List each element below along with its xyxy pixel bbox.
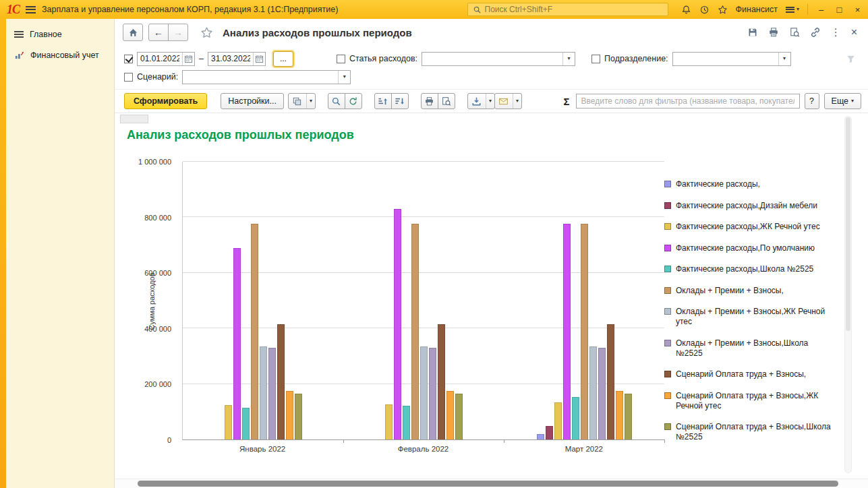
- sidebar-item-finance[interactable]: Финансовый учет: [6, 44, 114, 65]
- main-menu-icon[interactable]: [26, 6, 36, 13]
- link-icon[interactable]: [810, 27, 821, 38]
- chevron-down-icon[interactable]: ▾: [778, 53, 790, 65]
- bar[interactable]: [295, 394, 302, 439]
- chevron-down-icon[interactable]: ▾: [562, 53, 575, 65]
- bar[interactable]: [563, 224, 571, 439]
- filter-row-1: – ... Статья расходов: ▾: [124, 49, 861, 68]
- filter-funnel-icon[interactable]: [846, 54, 856, 64]
- sum-sigma-icon: Σ: [564, 96, 570, 107]
- print-icon[interactable]: [768, 27, 779, 38]
- bar[interactable]: [385, 404, 393, 439]
- bar[interactable]: [277, 324, 285, 439]
- expense-item-checkbox[interactable]: [337, 55, 345, 63]
- bar[interactable]: [251, 224, 258, 439]
- page-title: Анализ расходов прошлых периодов: [223, 27, 412, 38]
- generate-button[interactable]: Сформировать: [124, 93, 207, 109]
- period-choice-button[interactable]: ...: [273, 51, 293, 67]
- period-checkbox[interactable]: [124, 55, 133, 63]
- scenario-combo[interactable]: ▾: [182, 70, 351, 84]
- bar[interactable]: [446, 391, 454, 440]
- more-button[interactable]: Еще▾: [824, 93, 861, 109]
- send-email-split-button[interactable]: ▾: [494, 93, 522, 109]
- bar[interactable]: [607, 324, 614, 439]
- home-icon: [128, 28, 138, 38]
- favorite-star-icon[interactable]: [200, 26, 213, 39]
- sidebar-item-main[interactable]: Главное: [6, 24, 114, 44]
- scenario-checkbox[interactable]: [124, 73, 133, 82]
- bar[interactable]: [286, 391, 293, 440]
- print-button[interactable]: [421, 93, 438, 109]
- bar[interactable]: [420, 346, 428, 439]
- find-button[interactable]: [328, 93, 345, 109]
- bar[interactable]: [537, 434, 544, 439]
- chevron-down-icon[interactable]: ▾: [338, 71, 350, 84]
- home-button[interactable]: [123, 24, 143, 41]
- bar[interactable]: [429, 348, 436, 439]
- calendar-icon[interactable]: [253, 53, 265, 65]
- y-tick-label: 1 000 000: [138, 158, 171, 166]
- vertical-scroll-thumb[interactable]: [846, 117, 850, 331]
- bar[interactable]: [242, 408, 250, 439]
- bar[interactable]: [581, 224, 588, 439]
- expense-item-combo[interactable]: ▾: [422, 52, 575, 66]
- refresh-button[interactable]: [345, 93, 362, 109]
- department-combo[interactable]: ▾: [672, 52, 791, 66]
- bar[interactable]: [546, 426, 553, 439]
- bar[interactable]: [225, 405, 232, 439]
- department-label: Подразделение:: [604, 54, 668, 63]
- settings-button[interactable]: Настройки...: [221, 93, 284, 109]
- save-report-split-button[interactable]: ▾: [467, 93, 495, 109]
- calendar-icon[interactable]: [182, 53, 194, 65]
- global-search-input[interactable]: [485, 5, 663, 14]
- date-to-input[interactable]: [208, 54, 253, 63]
- bar[interactable]: [438, 324, 445, 439]
- print-preview-button[interactable]: [438, 93, 455, 109]
- print-preview-icon[interactable]: [789, 27, 800, 38]
- scenario-input[interactable]: [183, 72, 338, 82]
- form-close-icon[interactable]: ×: [851, 26, 857, 38]
- more-kebab-icon[interactable]: ⋮: [831, 26, 841, 38]
- bar[interactable]: [411, 224, 419, 439]
- window-close-button[interactable]: ×: [852, 5, 863, 15]
- bar[interactable]: [268, 348, 276, 439]
- department-checkbox[interactable]: [591, 55, 600, 63]
- bar-group: [504, 162, 664, 439]
- back-button[interactable]: ←: [148, 24, 169, 41]
- help-button[interactable]: ?: [805, 93, 819, 109]
- minimize-button[interactable]: –: [816, 5, 826, 15]
- bar[interactable]: [554, 402, 562, 439]
- date-from-field[interactable]: [137, 52, 195, 66]
- vertical-scrollbar[interactable]: [844, 116, 852, 473]
- date-from-input[interactable]: [138, 54, 182, 63]
- favorites-star-icon[interactable]: [718, 5, 728, 15]
- bar[interactable]: [394, 209, 401, 439]
- service-menu-icon[interactable]: ▾: [786, 7, 799, 13]
- bar[interactable]: [616, 391, 623, 440]
- bar[interactable]: [625, 394, 632, 439]
- bar[interactable]: [260, 346, 267, 439]
- current-user[interactable]: Финансист: [736, 5, 778, 14]
- notifications-bell-icon[interactable]: [681, 5, 691, 15]
- bar[interactable]: [403, 406, 410, 439]
- maximize-button[interactable]: □: [834, 5, 844, 15]
- date-to-field[interactable]: [208, 52, 266, 66]
- expense-item-input[interactable]: [422, 54, 562, 63]
- forward-button[interactable]: →: [168, 24, 188, 41]
- horizontal-scrollbar[interactable]: [115, 479, 868, 488]
- horizontal-scroll-thumb[interactable]: [138, 481, 838, 487]
- quick-filter-input[interactable]: [576, 94, 800, 109]
- save-icon[interactable]: [747, 27, 758, 38]
- bar[interactable]: [572, 397, 579, 439]
- bar[interactable]: [598, 348, 606, 439]
- global-search[interactable]: [467, 3, 668, 16]
- email-icon: [498, 96, 509, 106]
- legend-item: Сценарий Оплата труда + Взносы,: [664, 369, 834, 379]
- bar[interactable]: [233, 248, 241, 439]
- sort-desc-button[interactable]: [391, 93, 409, 109]
- department-input[interactable]: [673, 54, 778, 63]
- bar[interactable]: [455, 394, 463, 439]
- sort-asc-button[interactable]: [374, 93, 392, 109]
- bar[interactable]: [589, 346, 597, 439]
- history-icon[interactable]: [699, 5, 710, 15]
- report-variants-split-button[interactable]: ▾: [288, 93, 316, 109]
